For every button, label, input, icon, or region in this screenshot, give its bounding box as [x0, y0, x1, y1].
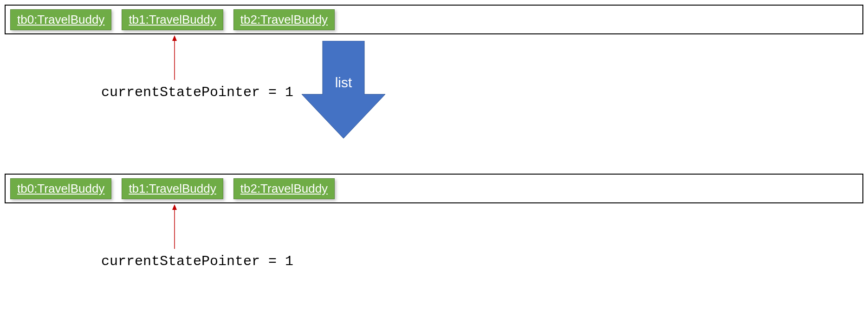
svg-marker-4: [172, 204, 177, 210]
pointer-arrow-icon: [171, 204, 178, 249]
big-arrow-icon: list: [302, 41, 385, 138]
object-box: tb0:TravelBuddy: [10, 9, 111, 30]
big-arrow-label: list: [335, 75, 352, 90]
state-container-top: tb0:TravelBuddy tb1:TravelBuddy tb2:Trav…: [5, 5, 863, 34]
object-box: tb1:TravelBuddy: [122, 9, 223, 30]
pointer-label-bottom: currentStatePointer = 1: [101, 254, 293, 269]
pointer-arrow-icon: [171, 35, 178, 80]
pointer-label-top: currentStatePointer = 1: [101, 84, 293, 100]
object-box: tb2:TravelBuddy: [233, 9, 335, 30]
state-container-bottom: tb0:TravelBuddy tb1:TravelBuddy tb2:Trav…: [5, 174, 863, 203]
object-box: tb1:TravelBuddy: [122, 178, 223, 199]
svg-marker-1: [172, 35, 177, 41]
object-box: tb0:TravelBuddy: [10, 178, 111, 199]
object-box: tb2:TravelBuddy: [233, 178, 335, 199]
